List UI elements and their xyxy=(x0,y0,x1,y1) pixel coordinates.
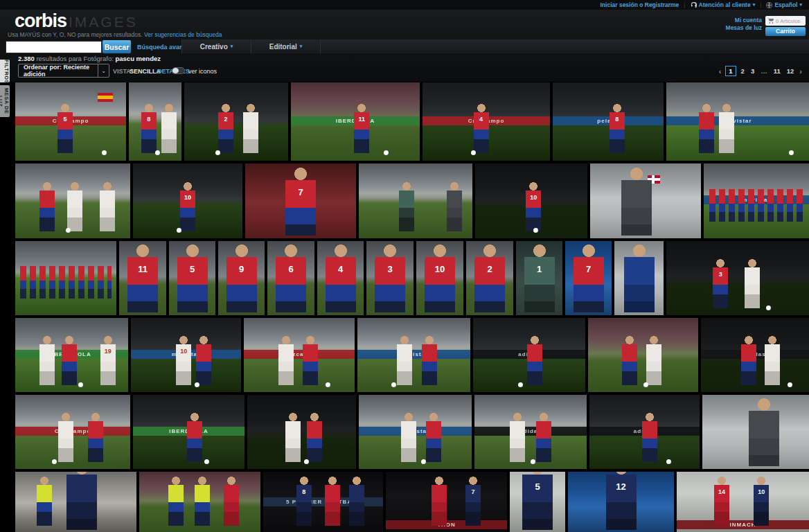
view-option-simple[interactable]: SENCILLA xyxy=(130,68,161,75)
player-figure: 8 xyxy=(610,103,625,157)
photo-thumbnail[interactable]: 1 xyxy=(516,241,562,315)
tab-editorial[interactable]: Editorial▾ xyxy=(251,39,321,53)
photo-thumbnail[interactable]: 2 xyxy=(184,82,288,161)
cart-button[interactable]: Carrito xyxy=(765,27,806,36)
photo-thumbnail[interactable]: 8pelayo xyxy=(553,82,664,161)
photo-thumbnail[interactable] xyxy=(359,163,472,238)
photo-thumbnail[interactable] xyxy=(614,241,664,315)
photo-thumbnail[interactable]: movistar xyxy=(666,82,809,161)
previous-page-button[interactable]: ‹ xyxy=(718,67,723,76)
player-figure xyxy=(624,243,655,312)
sort-dropdown[interactable]: Ordenar por: Reciente adición ⌄ xyxy=(18,64,109,78)
photo-thumbnail[interactable]: Cruzcampo xyxy=(244,318,355,392)
search-input[interactable] xyxy=(6,41,102,53)
photo-thumbnail[interactable]: 6 xyxy=(267,241,314,315)
sidebar-tab-lightbox[interactable]: MESA DE LUZ xyxy=(0,85,10,117)
photo-thumbnail[interactable]: Cruzcampo xyxy=(15,395,130,469)
player-figure xyxy=(422,335,437,389)
football xyxy=(518,382,523,387)
search-button[interactable]: Buscar xyxy=(103,40,131,53)
sign-in-link[interactable]: Iniciar sesión o Registrarme xyxy=(601,1,679,8)
photo-thumbnail[interactable]: 12 xyxy=(568,472,674,532)
jersey-number: 11 xyxy=(127,264,158,274)
language-selector[interactable]: Español ▾ xyxy=(766,1,802,8)
page-number[interactable]: 3 xyxy=(749,66,756,76)
photo-thumbnail[interactable]: movistar xyxy=(357,318,470,392)
corbis-images-page: Iniciar sesión o Registrarme | Atención … xyxy=(0,0,809,532)
page-number[interactable]: 2 xyxy=(740,66,746,76)
photo-thumbnail[interactable] xyxy=(139,472,260,532)
photo-thumbnail[interactable]: 10 xyxy=(133,163,242,238)
player-figure xyxy=(646,335,661,389)
sidebar-tab-filters[interactable]: FILTROS xyxy=(0,60,10,82)
jersey-number: 8 xyxy=(610,116,625,123)
photo-thumbnail[interactable]: adidas xyxy=(473,318,585,392)
photo-thumbnail[interactable]: adidas xyxy=(474,395,587,469)
jersey-number: 2 xyxy=(474,264,505,274)
jersey-number: 11 xyxy=(354,116,369,123)
photo-thumbnail[interactable]: 11IBERDROLA xyxy=(291,82,420,161)
photo-thumbnail[interactable]: 3 xyxy=(366,241,414,315)
photo-thumbnail[interactable] xyxy=(588,318,698,392)
page-number[interactable]: 12 xyxy=(785,66,796,76)
jersey-number: 7 xyxy=(465,488,481,495)
player-figure xyxy=(765,335,780,389)
jersey-number: 7 xyxy=(574,264,604,274)
photo-thumbnail[interactable] xyxy=(15,241,116,315)
photo-thumbnail[interactable]: 7 xyxy=(245,163,356,238)
jersey-number: 10 xyxy=(526,194,541,201)
photo-thumbnail[interactable]: 7THON xyxy=(386,472,507,532)
photo-thumbnail[interactable]: adidas xyxy=(589,395,700,469)
photo-thumbnail[interactable]: 10 xyxy=(475,163,587,238)
photo-thumbnail[interactable]: 10 xyxy=(416,241,463,315)
my-account-link[interactable]: Mi cuenta xyxy=(726,17,762,24)
photo-thumbnail[interactable] xyxy=(247,395,356,469)
photo-thumbnail[interactable]: 4 xyxy=(317,241,364,315)
search-bar: Buscar Búsqueda avanzada ▾ xyxy=(6,40,202,53)
tab-creative[interactable]: Creativo▾ xyxy=(182,39,251,53)
photo-thumbnail[interactable]: 9 xyxy=(218,241,265,315)
corbis-logo[interactable]: corbisIMAGES xyxy=(15,10,138,32)
photo-thumbnail[interactable]: 1410INMACH xyxy=(677,472,809,532)
photo-thumbnail[interactable]: movistar xyxy=(704,163,809,238)
page-number[interactable]: 11 xyxy=(772,66,782,76)
photo-thumbnail[interactable]: 11 xyxy=(119,241,166,315)
player-figure xyxy=(719,103,734,157)
photo-thumbnail[interactable]: IBERDROLA xyxy=(133,395,245,469)
player-figure: 5 xyxy=(57,103,73,157)
photo-thumbnail[interactable] xyxy=(15,163,130,238)
photo-thumbnail[interactable]: movistar xyxy=(359,395,472,469)
photo-thumbnail[interactable]: 7 xyxy=(565,241,612,315)
cart-summary[interactable]: 0 Artículos xyxy=(765,16,806,26)
photo-thumbnail[interactable]: 10movistar xyxy=(131,318,241,392)
player-figure xyxy=(745,258,760,312)
show-icons-toggle[interactable] xyxy=(172,67,185,74)
photo-thumbnail[interactable]: adidas xyxy=(701,318,809,392)
search-suggestions-link[interactable]: Ver sugerencias de búsqueda xyxy=(144,31,222,38)
photo-thumbnail[interactable]: 4Cruzcampo xyxy=(423,82,550,161)
photo-thumbnail[interactable]: 8 xyxy=(129,82,181,161)
photo-thumbnail[interactable] xyxy=(15,472,136,532)
next-page-button[interactable]: › xyxy=(798,67,803,76)
logo-images-text: IMAGES xyxy=(69,14,138,30)
page-number[interactable]: 1 xyxy=(725,66,736,76)
results-toolbar: Ordenar por: Reciente adición ⌄ VISTA: S… xyxy=(0,64,809,80)
photo-thumbnail[interactable]: 19IBERDROLA xyxy=(15,318,128,392)
customer-support-link[interactable]: Atención al cliente ▾ xyxy=(691,1,756,8)
photo-thumbnail[interactable]: 5 xyxy=(510,472,565,532)
photo-thumbnail[interactable]: 5Cruzcampo xyxy=(15,82,126,161)
photo-thumbnail[interactable] xyxy=(702,395,809,469)
chevron-down-icon: ▾ xyxy=(799,2,802,8)
sponsor-board: movistar xyxy=(704,195,809,204)
toggle-knob xyxy=(172,68,179,73)
photo-thumbnail[interactable]: 5 xyxy=(169,241,215,315)
photo-thumbnail[interactable]: 2 xyxy=(466,241,513,315)
lightboxes-link[interactable]: Mesas de luz xyxy=(726,24,762,32)
football xyxy=(195,382,199,387)
photo-thumbnail[interactable] xyxy=(590,163,701,238)
player-figure: 3 xyxy=(375,243,405,312)
chevron-down-icon: ▾ xyxy=(231,44,233,49)
photo-thumbnail[interactable]: 85 PREMIER FOOTBALL xyxy=(263,472,383,532)
photo-thumbnail[interactable]: 3 xyxy=(666,241,809,315)
chevron-down-icon: ▾ xyxy=(300,44,303,49)
